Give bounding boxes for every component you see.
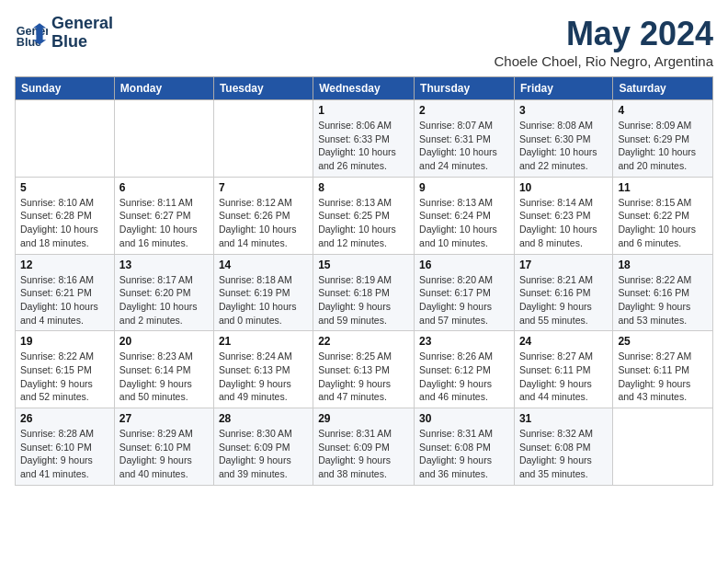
calendar-cell: 1Sunrise: 8:06 AM Sunset: 6:33 PM Daylig… xyxy=(313,100,415,178)
day-info: Sunrise: 8:21 AM Sunset: 6:16 PM Dayligh… xyxy=(519,273,608,327)
calendar-cell: 9Sunrise: 8:13 AM Sunset: 6:24 PM Daylig… xyxy=(415,177,515,254)
calendar-cell: 15Sunrise: 8:19 AM Sunset: 6:18 PM Dayli… xyxy=(313,254,415,331)
day-info: Sunrise: 8:27 AM Sunset: 6:11 PM Dayligh… xyxy=(519,350,608,404)
logo-line2: Blue xyxy=(51,33,113,52)
calendar-cell: 20Sunrise: 8:23 AM Sunset: 6:14 PM Dayli… xyxy=(114,331,213,408)
day-info: Sunrise: 8:22 AM Sunset: 6:15 PM Dayligh… xyxy=(20,350,109,404)
calendar-week-3: 12Sunrise: 8:16 AM Sunset: 6:21 PM Dayli… xyxy=(16,254,713,331)
calendar-cell: 11Sunrise: 8:15 AM Sunset: 6:22 PM Dayli… xyxy=(613,177,713,254)
day-info: Sunrise: 8:12 AM Sunset: 6:26 PM Dayligh… xyxy=(219,196,308,250)
calendar-cell: 18Sunrise: 8:22 AM Sunset: 6:16 PM Dayli… xyxy=(613,254,713,331)
day-number: 17 xyxy=(519,259,608,271)
day-number: 7 xyxy=(219,181,308,194)
day-number: 21 xyxy=(219,335,308,348)
calendar-cell xyxy=(613,408,713,486)
calendar-cell: 12Sunrise: 8:16 AM Sunset: 6:21 PM Dayli… xyxy=(16,254,115,331)
col-header-friday: Friday xyxy=(514,77,612,100)
calendar-cell: 5Sunrise: 8:10 AM Sunset: 6:28 PM Daylig… xyxy=(16,177,115,254)
calendar-cell: 28Sunrise: 8:30 AM Sunset: 6:09 PM Dayli… xyxy=(213,408,313,486)
calendar-cell: 10Sunrise: 8:14 AM Sunset: 6:23 PM Dayli… xyxy=(514,177,612,254)
calendar-cell: 31Sunrise: 8:32 AM Sunset: 6:08 PM Dayli… xyxy=(514,408,612,486)
day-number: 23 xyxy=(419,335,509,348)
day-info: Sunrise: 8:19 AM Sunset: 6:18 PM Dayligh… xyxy=(318,273,409,327)
calendar-cell: 3Sunrise: 8:08 AM Sunset: 6:30 PM Daylig… xyxy=(514,100,612,178)
day-info: Sunrise: 8:18 AM Sunset: 6:19 PM Dayligh… xyxy=(219,273,308,327)
day-info: Sunrise: 8:07 AM Sunset: 6:31 PM Dayligh… xyxy=(419,119,509,173)
calendar-cell xyxy=(213,100,313,178)
day-info: Sunrise: 8:10 AM Sunset: 6:28 PM Dayligh… xyxy=(20,196,109,250)
day-info: Sunrise: 8:31 AM Sunset: 6:08 PM Dayligh… xyxy=(419,427,509,481)
day-info: Sunrise: 8:09 AM Sunset: 6:29 PM Dayligh… xyxy=(618,119,708,173)
day-number: 15 xyxy=(318,259,409,271)
day-number: 5 xyxy=(20,181,109,194)
calendar-cell: 16Sunrise: 8:20 AM Sunset: 6:17 PM Dayli… xyxy=(415,254,515,331)
day-number: 30 xyxy=(419,412,509,425)
day-info: Sunrise: 8:22 AM Sunset: 6:16 PM Dayligh… xyxy=(618,273,708,327)
calendar-cell: 27Sunrise: 8:29 AM Sunset: 6:10 PM Dayli… xyxy=(114,408,213,486)
calendar-cell: 19Sunrise: 8:22 AM Sunset: 6:15 PM Dayli… xyxy=(16,331,115,408)
day-number: 1 xyxy=(318,104,409,117)
day-number: 29 xyxy=(318,412,409,425)
calendar-cell: 25Sunrise: 8:27 AM Sunset: 6:11 PM Dayli… xyxy=(613,331,713,408)
col-header-wednesday: Wednesday xyxy=(313,77,415,100)
day-number: 18 xyxy=(618,259,708,271)
location-title: Choele Choel, Rio Negro, Argentina xyxy=(495,53,713,69)
calendar-cell: 24Sunrise: 8:27 AM Sunset: 6:11 PM Dayli… xyxy=(514,331,612,408)
day-info: Sunrise: 8:32 AM Sunset: 6:08 PM Dayligh… xyxy=(519,427,608,481)
day-info: Sunrise: 8:23 AM Sunset: 6:14 PM Dayligh… xyxy=(119,350,209,404)
calendar-cell: 6Sunrise: 8:11 AM Sunset: 6:27 PM Daylig… xyxy=(114,177,213,254)
day-info: Sunrise: 8:20 AM Sunset: 6:17 PM Dayligh… xyxy=(419,273,509,327)
day-number: 10 xyxy=(519,181,608,194)
day-number: 13 xyxy=(119,259,209,271)
calendar-cell: 30Sunrise: 8:31 AM Sunset: 6:08 PM Dayli… xyxy=(415,408,515,486)
calendar-cell: 14Sunrise: 8:18 AM Sunset: 6:19 PM Dayli… xyxy=(213,254,313,331)
calendar-week-5: 26Sunrise: 8:28 AM Sunset: 6:10 PM Dayli… xyxy=(16,408,713,486)
calendar-cell: 21Sunrise: 8:24 AM Sunset: 6:13 PM Dayli… xyxy=(213,331,313,408)
day-number: 6 xyxy=(119,181,209,194)
day-number: 19 xyxy=(20,335,109,348)
calendar-cell: 4Sunrise: 8:09 AM Sunset: 6:29 PM Daylig… xyxy=(613,100,713,178)
calendar-cell: 22Sunrise: 8:25 AM Sunset: 6:13 PM Dayli… xyxy=(313,331,415,408)
day-number: 25 xyxy=(618,335,708,348)
day-number: 28 xyxy=(219,412,308,425)
day-info: Sunrise: 8:26 AM Sunset: 6:12 PM Dayligh… xyxy=(419,350,509,404)
calendar-cell: 26Sunrise: 8:28 AM Sunset: 6:10 PM Dayli… xyxy=(16,408,115,486)
title-block: May 2024 Choele Choel, Rio Negro, Argent… xyxy=(495,15,713,69)
day-info: Sunrise: 8:31 AM Sunset: 6:09 PM Dayligh… xyxy=(318,427,409,481)
logo-icon: General Blue xyxy=(15,17,48,50)
day-info: Sunrise: 8:14 AM Sunset: 6:23 PM Dayligh… xyxy=(519,196,608,250)
logo: General Blue General Blue xyxy=(15,15,113,52)
day-number: 2 xyxy=(419,104,509,117)
calendar-cell xyxy=(16,100,115,178)
day-info: Sunrise: 8:30 AM Sunset: 6:09 PM Dayligh… xyxy=(219,427,308,481)
day-info: Sunrise: 8:25 AM Sunset: 6:13 PM Dayligh… xyxy=(318,350,409,404)
month-title: May 2024 xyxy=(495,15,713,53)
day-info: Sunrise: 8:06 AM Sunset: 6:33 PM Dayligh… xyxy=(318,119,409,173)
day-info: Sunrise: 8:11 AM Sunset: 6:27 PM Dayligh… xyxy=(119,196,209,250)
day-number: 27 xyxy=(119,412,209,425)
day-number: 26 xyxy=(20,412,109,425)
calendar-cell: 7Sunrise: 8:12 AM Sunset: 6:26 PM Daylig… xyxy=(213,177,313,254)
day-number: 3 xyxy=(519,104,608,117)
calendar-week-4: 19Sunrise: 8:22 AM Sunset: 6:15 PM Dayli… xyxy=(16,331,713,408)
logo-line1: General xyxy=(51,15,113,33)
day-info: Sunrise: 8:08 AM Sunset: 6:30 PM Dayligh… xyxy=(519,119,608,173)
page-header: General Blue General Blue May 2024 Choel… xyxy=(15,15,713,69)
day-info: Sunrise: 8:15 AM Sunset: 6:22 PM Dayligh… xyxy=(618,196,708,250)
calendar-cell: 23Sunrise: 8:26 AM Sunset: 6:12 PM Dayli… xyxy=(415,331,515,408)
day-number: 4 xyxy=(618,104,708,117)
day-number: 12 xyxy=(20,259,109,271)
calendar-week-2: 5Sunrise: 8:10 AM Sunset: 6:28 PM Daylig… xyxy=(16,177,713,254)
day-info: Sunrise: 8:27 AM Sunset: 6:11 PM Dayligh… xyxy=(618,350,708,404)
calendar-cell: 13Sunrise: 8:17 AM Sunset: 6:20 PM Dayli… xyxy=(114,254,213,331)
day-number: 9 xyxy=(419,181,509,194)
day-number: 11 xyxy=(618,181,708,194)
day-info: Sunrise: 8:28 AM Sunset: 6:10 PM Dayligh… xyxy=(20,427,109,481)
day-info: Sunrise: 8:13 AM Sunset: 6:24 PM Dayligh… xyxy=(419,196,509,250)
calendar-cell: 2Sunrise: 8:07 AM Sunset: 6:31 PM Daylig… xyxy=(415,100,515,178)
calendar-table: SundayMondayTuesdayWednesdayThursdayFrid… xyxy=(15,76,713,486)
day-number: 22 xyxy=(318,335,409,348)
col-header-monday: Monday xyxy=(114,77,213,100)
calendar-cell: 8Sunrise: 8:13 AM Sunset: 6:25 PM Daylig… xyxy=(313,177,415,254)
calendar-week-1: 1Sunrise: 8:06 AM Sunset: 6:33 PM Daylig… xyxy=(16,100,713,178)
